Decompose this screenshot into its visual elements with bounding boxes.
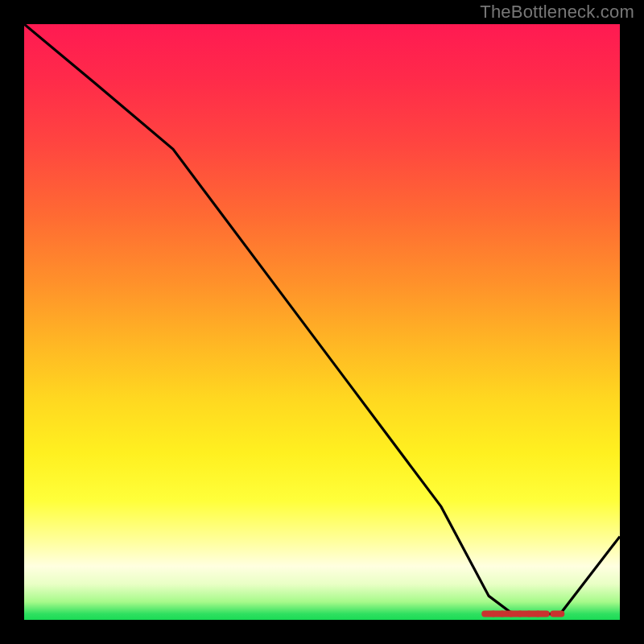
chart-root: TheBottleneck.com	[0, 0, 644, 644]
bottleneck-curve-line	[24, 24, 620, 614]
chart-overlay-svg	[24, 24, 620, 620]
watermark-text: TheBottleneck.com	[480, 2, 634, 23]
